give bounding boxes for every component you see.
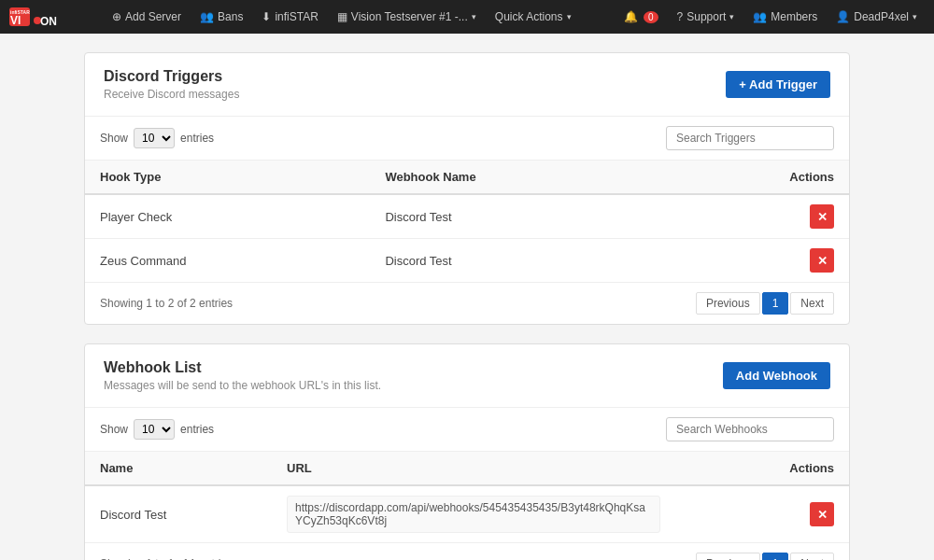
download-icon: ⬇ <box>262 10 271 23</box>
col-actions: Actions <box>667 161 849 194</box>
webhook-name-cell: Discord Test <box>370 194 666 239</box>
svg-text:ON: ON <box>40 15 57 28</box>
discord-triggers-count: Showing 1 to 2 of 2 entries <box>100 297 233 310</box>
nav-user-label: DeadP4xel <box>854 10 909 23</box>
col-hook-type: Hook Type <box>85 161 370 194</box>
nav-user[interactable]: 👤 DeadP4xel ▾ <box>828 7 925 27</box>
show-label: Show <box>100 132 128 145</box>
discord-triggers-pagination: Previous 1 Next <box>696 292 834 315</box>
webhook-list-header-row: Name URL Actions <box>85 452 849 485</box>
webhook-list-header: Webhook List Messages will be send to th… <box>85 344 849 408</box>
nav-members-label: Members <box>771 10 817 23</box>
url-value: https://discordapp.com/api/webhooks/5454… <box>287 496 660 533</box>
nav-testserver[interactable]: ▦ Vision Testserver #1 -... ▾ <box>330 7 484 27</box>
delete-trigger-button[interactable]: ✕ <box>810 248 834 273</box>
add-webhook-button[interactable]: Add Webhook <box>723 362 830 389</box>
webhook-list-subtitle: Messages will be send to the webhook URL… <box>104 379 381 392</box>
webhook-list-show-entries: Show 10 25 50 entries <box>100 419 214 440</box>
webhook-list-table: Name URL Actions Discord Test https://di… <box>85 452 849 542</box>
hook-type-cell: Player Check <box>85 194 370 239</box>
notification-badge: 0 <box>644 11 658 23</box>
webhook-list-title-area: Webhook List Messages will be send to th… <box>104 359 381 392</box>
nav-infistar[interactable]: ⬇ infiSTAR <box>254 7 325 27</box>
question-circle-icon: ? <box>677 10 684 23</box>
server-icon: ▦ <box>337 10 347 23</box>
hook-type-cell: Zeus Command <box>85 239 370 283</box>
discord-triggers-subtitle: Receive Discord messages <box>104 88 239 101</box>
user-circle-icon: 👤 <box>836 10 850 23</box>
table-row: Zeus Command Discord Test ✕ <box>85 239 849 283</box>
nav-bans[interactable]: 👥 Bans <box>192 7 250 27</box>
webhook-url-cell: https://discordapp.com/api/webhooks/5454… <box>272 485 759 542</box>
logo: infiSTAR VI ON <box>9 4 93 30</box>
webhook-list-entries-select[interactable]: 10 25 50 <box>134 419 175 440</box>
discord-triggers-title-area: Discord Triggers Receive Discord message… <box>104 68 239 101</box>
table-row: Discord Test https://discordapp.com/api/… <box>85 485 849 542</box>
webhook-list-title: Webhook List <box>104 359 381 376</box>
discord-triggers-prev-btn[interactable]: Previous <box>696 292 760 315</box>
col-actions-2: Actions <box>759 452 849 485</box>
users-icon: 👥 <box>200 10 214 23</box>
discord-triggers-card: Discord Triggers Receive Discord message… <box>84 52 850 325</box>
discord-triggers-header-row: Hook Type Webhook Name Actions <box>85 161 849 194</box>
discord-triggers-search[interactable] <box>666 126 834 150</box>
webhook-name-cell: Discord Test <box>85 485 272 542</box>
discord-triggers-show-entries: Show 10 25 50 entries <box>100 128 214 148</box>
discord-triggers-entries-select[interactable]: 10 25 50 <box>134 128 175 148</box>
webhook-name-cell: Discord Test <box>370 239 666 283</box>
webhook-list-page-1-btn[interactable]: 1 <box>762 553 789 560</box>
delete-trigger-button[interactable]: ✕ <box>810 204 834 229</box>
navbar: infiSTAR VI ON ⊕ Add Server 👥 Bans ⬇ inf… <box>0 0 934 34</box>
discord-triggers-footer: Showing 1 to 2 of 2 entries Previous 1 N… <box>85 282 849 324</box>
webhook-entries-label: entries <box>180 423 214 436</box>
chevron-down-icon-4: ▾ <box>913 12 917 21</box>
discord-triggers-next-btn[interactable]: Next <box>790 292 834 315</box>
webhook-actions-cell: ✕ <box>759 485 849 542</box>
discord-triggers-table: Hook Type Webhook Name Actions Player Ch… <box>85 161 849 282</box>
webhook-list-pagination: Previous 1 Next <box>696 553 834 560</box>
col-name: Name <box>85 452 272 485</box>
nav-notifications[interactable]: 🔔 0 <box>616 7 666 27</box>
discord-triggers-title: Discord Triggers <box>104 68 239 85</box>
delete-webhook-button[interactable]: ✕ <box>810 502 834 526</box>
webhook-list-next-btn[interactable]: Next <box>790 553 834 560</box>
discord-triggers-header: Discord Triggers Receive Discord message… <box>85 53 849 117</box>
main-content: Discord Triggers Receive Discord message… <box>65 34 869 560</box>
add-trigger-button[interactable]: + Add Trigger <box>726 71 830 98</box>
entries-label: entries <box>180 132 214 145</box>
plus-circle-icon: ⊕ <box>112 10 121 23</box>
members-icon: 👥 <box>753 10 767 23</box>
col-url: URL <box>272 452 759 485</box>
actions-cell: ✕ <box>667 239 849 283</box>
actions-cell: ✕ <box>667 194 849 239</box>
discord-triggers-page-1-btn[interactable]: 1 <box>762 292 789 315</box>
discord-triggers-thead: Hook Type Webhook Name Actions <box>85 161 849 194</box>
webhook-list-footer: Showing 1 to 1 of 1 entries Previous 1 N… <box>85 542 849 560</box>
webhook-list-card: Webhook List Messages will be send to th… <box>84 343 850 560</box>
nav-quick-actions[interactable]: Quick Actions ▾ <box>488 7 579 27</box>
webhook-show-label: Show <box>100 423 128 436</box>
webhook-list-thead: Name URL Actions <box>85 452 849 485</box>
nav-members[interactable]: 👥 Members <box>745 7 825 27</box>
webhook-list-tbody: Discord Test https://discordapp.com/api/… <box>85 485 849 542</box>
table-row: Player Check Discord Test ✕ <box>85 194 849 239</box>
webhook-list-prev-btn[interactable]: Previous <box>696 553 760 560</box>
nav-add-server-label: Add Server <box>125 10 181 23</box>
nav-support-label: Support <box>686 10 726 23</box>
col-webhook-name: Webhook Name <box>370 161 666 194</box>
discord-triggers-tbody: Player Check Discord Test ✕ Zeus Command… <box>85 194 849 282</box>
chevron-down-icon-3: ▾ <box>729 12 734 21</box>
webhook-list-search[interactable] <box>666 417 834 441</box>
nav-testserver-label: Vision Testserver #1 -... <box>351 10 468 23</box>
nav-infistar-label: infiSTAR <box>275 10 318 23</box>
nav-quick-actions-label: Quick Actions <box>495 10 563 23</box>
nav-bans-label: Bans <box>218 10 243 23</box>
nav-add-server[interactable]: ⊕ Add Server <box>105 7 189 27</box>
webhook-list-controls: Show 10 25 50 entries <box>85 408 849 452</box>
svg-text:VI: VI <box>10 14 21 27</box>
nav-support[interactable]: ? Support ▾ <box>670 7 743 27</box>
chevron-down-icon-2: ▾ <box>567 12 572 21</box>
discord-triggers-controls: Show 10 25 50 entries <box>85 117 849 161</box>
bell-icon: 🔔 <box>624 10 638 23</box>
chevron-down-icon: ▾ <box>472 12 476 21</box>
